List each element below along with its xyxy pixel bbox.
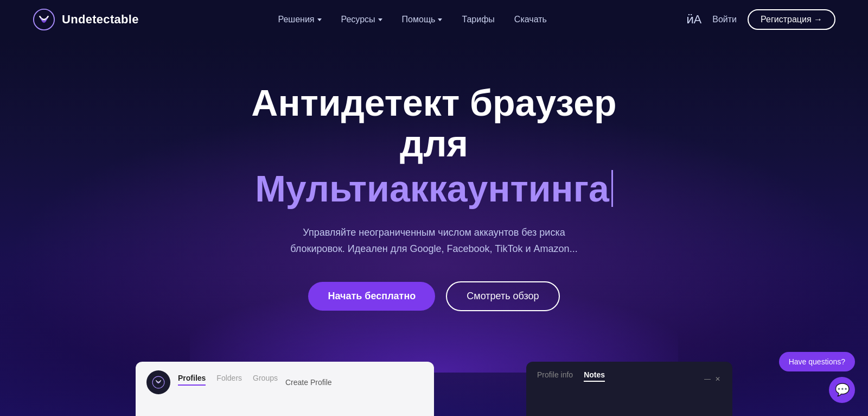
chevron-down-icon <box>378 18 382 21</box>
logo[interactable]: Undetectable <box>33 8 139 31</box>
app-preview: Profiles Folders Groups Create Profile P… <box>136 362 732 416</box>
chevron-down-icon <box>317 18 322 21</box>
logo-icon <box>33 8 55 31</box>
minimize-button[interactable]: — <box>704 375 711 382</box>
hero-content: Антидетект браузер для Мультиаккаунтинга… <box>217 83 651 311</box>
app-header: Profiles Folders Groups Create Profile <box>146 370 423 394</box>
translate-icon[interactable]: ӥA <box>686 12 702 27</box>
login-button[interactable]: Войти <box>712 15 737 24</box>
nav-download[interactable]: Скачать <box>514 15 547 24</box>
cta-primary-button[interactable]: Начать бесплатно <box>308 282 435 311</box>
chat-label[interactable]: Have questions? <box>779 352 855 371</box>
hero-title-line1: Антидетект браузер для <box>217 83 651 164</box>
cta-secondary-button[interactable]: Смотреть обзор <box>446 281 559 311</box>
app-logo <box>146 370 170 394</box>
chat-widget: Have questions? 💬 <box>779 352 855 403</box>
hero-cta-buttons: Начать бесплатно Смотреть обзор <box>217 281 651 311</box>
navbar: Undetectable Решения Ресурсы Помощь Тари… <box>0 0 868 39</box>
brand-name: Undetectable <box>62 12 139 27</box>
nav-solutions[interactable]: Решения <box>278 15 321 24</box>
tab-folders[interactable]: Folders <box>216 374 242 386</box>
hero-title-line2: Мультиаккаунтинга <box>217 168 651 209</box>
chat-button[interactable]: 💬 <box>829 377 855 403</box>
panel-tabs: Profile info Notes <box>537 370 605 382</box>
chevron-down-icon <box>438 18 442 21</box>
register-button[interactable]: Регистрация → <box>748 9 835 30</box>
app-profiles-panel: Profiles Folders Groups Create Profile <box>136 362 434 416</box>
tab-groups[interactable]: Groups <box>253 374 278 386</box>
window-controls: — ✕ <box>704 375 722 382</box>
tab-profiles[interactable]: Profiles <box>178 374 206 386</box>
app-tabs: Profiles Folders Groups <box>178 374 278 386</box>
nav-pricing[interactable]: Тарифы <box>462 15 494 24</box>
create-profile-button[interactable]: Create Profile <box>285 378 332 387</box>
tab-notes[interactable]: Notes <box>584 370 605 382</box>
nav-help[interactable]: Помощь <box>402 15 443 24</box>
tab-profile-info[interactable]: Profile info <box>537 370 573 382</box>
nav-links: Решения Ресурсы Помощь Тарифы Скачать <box>278 15 546 24</box>
hero-section: Антидетект браузер для Мультиаккаунтинга… <box>0 39 868 416</box>
hero-subtitle: Управляйте неограниченным числом аккаунт… <box>277 225 591 257</box>
app-right-panel: Profile info Notes — ✕ <box>526 362 732 416</box>
close-button[interactable]: ✕ <box>715 375 722 382</box>
text-cursor <box>611 170 613 207</box>
chat-icon: 💬 <box>835 383 850 397</box>
nav-resources[interactable]: Ресурсы <box>341 15 382 24</box>
nav-right: ӥA Войти Регистрация → <box>686 9 835 30</box>
